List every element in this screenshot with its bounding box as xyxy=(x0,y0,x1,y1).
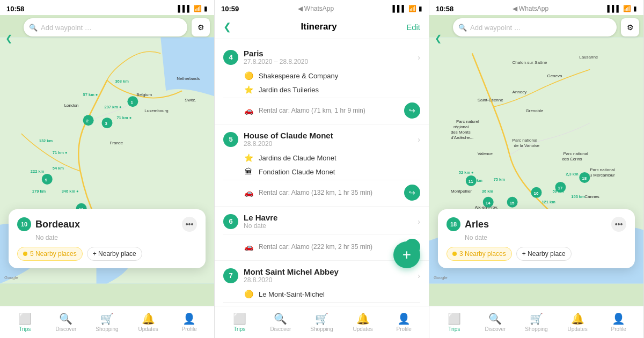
nav-trips-right[interactable]: ⬜ Trips xyxy=(434,312,475,332)
svg-text:Grenoble: Grenoble xyxy=(526,108,544,113)
stop-monet-name: House of Claude Monet xyxy=(244,131,333,140)
status-icons-mid: ▌▌▌ 📶 ▮ xyxy=(392,5,422,12)
wifi-icon-mid: 📶 xyxy=(408,5,416,12)
svg-text:297 km ●: 297 km ● xyxy=(105,105,122,109)
svg-text:Lausanne: Lausanne xyxy=(579,55,598,60)
card-date-left: No date xyxy=(35,234,197,241)
profile-label-left: Profile xyxy=(181,326,196,332)
battery-icon-right: ▮ xyxy=(633,5,637,12)
car-icon-3: 🚗 xyxy=(244,243,253,251)
stop-mont-header[interactable]: 7 Mont Saint Michel Abbey 28.8.2020 › xyxy=(223,264,420,287)
status-bar-left: 10:58 ▌▌▌ 📶 ▮ xyxy=(0,0,214,15)
stop-paris-header[interactable]: 4 Paris 27.8.2020 – 28.8.2020 › xyxy=(223,46,420,69)
discover-icon-right: 🔍 xyxy=(488,312,502,325)
shopping-icon-left: 🛒 xyxy=(100,312,114,325)
nav-trips-left[interactable]: ⬜ Trips xyxy=(4,312,46,332)
nav-profile-mid[interactable]: 👤 Profile xyxy=(383,312,425,332)
wifi-icon: 📶 xyxy=(194,5,202,12)
nearby-places-tag-right[interactable]: 3 Nearby places xyxy=(447,247,512,261)
add-stop-fab[interactable]: + xyxy=(393,241,420,268)
nav-discover-left[interactable]: 🔍 Discover xyxy=(46,312,87,332)
car-icon-1: 🚗 xyxy=(244,106,253,115)
svg-text:71 km ●: 71 km ● xyxy=(116,115,131,120)
place-icon-fondation: 🏛 xyxy=(244,167,253,176)
nav-trips-mid[interactable]: ⬜ Trips xyxy=(219,312,260,332)
stop-paris-date: 27.8.2020 – 28.8.2020 xyxy=(244,58,308,65)
itinerary-header: ❮ Itinerary Edit xyxy=(215,15,429,39)
add-nearby-label-right: + Nearby place xyxy=(522,250,566,258)
stop-monet-header[interactable]: 5 House of Claude Monet 28.8.2020 › xyxy=(223,128,420,151)
chevron-paris: › xyxy=(418,53,420,62)
nav-discover-mid[interactable]: 🔍 Discover xyxy=(260,312,302,332)
nav-shopping-left[interactable]: 🛒 Shopping xyxy=(86,312,128,332)
place-icon-shakespeare: 🟡 xyxy=(244,71,253,80)
bottom-nav-left: ⬜ Trips 🔍 Discover 🛒 Shopping 🔔 Updates … xyxy=(0,306,214,338)
card-title-row-left: 10 Bordeaux xyxy=(17,217,80,231)
card-title-left: Bordeaux xyxy=(35,219,80,230)
place-name-fondation: Fondation Claude Monet xyxy=(259,168,335,176)
search-bar-right[interactable]: 🔍 Add waypoint … xyxy=(453,18,617,36)
svg-text:16: 16 xyxy=(534,191,539,196)
nav-discover-right[interactable]: 🔍 Discover xyxy=(475,312,516,332)
itinerary-scroll[interactable]: 4 Paris 27.8.2020 – 28.8.2020 › 🟡 Shakes… xyxy=(215,39,429,306)
card-more-right[interactable]: ••• xyxy=(611,217,626,232)
card-more-left[interactable]: ••• xyxy=(182,217,197,232)
nav-shopping-mid[interactable]: 🛒 Shopping xyxy=(301,312,342,332)
card-pin-left: 10 xyxy=(17,217,31,231)
svg-text:Montpellier: Montpellier xyxy=(451,189,472,194)
stop-havre-header[interactable]: 6 Le Havre No date › xyxy=(223,210,420,233)
nav-shopping-right[interactable]: 🛒 Shopping xyxy=(516,312,557,332)
profile-icon-right: 👤 xyxy=(612,312,625,325)
nav-updates-right[interactable]: 🔔 Updates xyxy=(557,312,598,332)
transport-mont: 🚗 Rental car: Alamo (54 km, 54 min) ↪ xyxy=(223,302,420,306)
shopping-icon-mid: 🛒 xyxy=(315,312,328,325)
transport-arrow-paris[interactable]: ↪ xyxy=(404,102,420,119)
svg-text:9: 9 xyxy=(45,178,48,182)
stop-monet-info: House of Claude Monet 28.8.2020 xyxy=(244,131,333,148)
search-bar-left[interactable]: 🔍 Add waypoint … xyxy=(24,18,187,36)
search-placeholder-right: Add waypoint … xyxy=(470,24,521,32)
nav-updates-mid[interactable]: 🔔 Updates xyxy=(342,312,384,332)
search-placeholder-left: Add waypoint … xyxy=(41,24,92,32)
shopping-label-mid: Shopping xyxy=(310,326,333,332)
nav-profile-left[interactable]: 👤 Profile xyxy=(169,312,210,332)
filter-button-right[interactable]: ⚙ xyxy=(621,18,639,36)
discover-icon-mid: 🔍 xyxy=(274,312,287,325)
itinerary-back-button[interactable]: ❮ xyxy=(223,21,231,33)
filter-button-left[interactable]: ⚙ xyxy=(192,18,210,36)
svg-text:18: 18 xyxy=(582,176,587,181)
transport-text-paris: Rental car: Alamo (71 km, 1 hr 9 min) xyxy=(259,107,399,114)
middle-panel: 10:59 ◀ WhatsApp ▌▌▌ 📶 ▮ ❮ Itinerary Edi… xyxy=(215,0,429,338)
add-nearby-tag-right[interactable]: + Nearby place xyxy=(516,247,572,261)
bottom-nav-mid: ⬜ Trips 🔍 Discover 🛒 Shopping 🔔 Updates … xyxy=(215,306,429,338)
transport-text-monet: Rental car: Alamo (132 km, 1 hr 35 min) xyxy=(259,189,399,196)
whatsapp-back-mid: ◀ WhatsApp xyxy=(298,5,334,12)
card-header-left: 10 Bordeaux ••• xyxy=(17,217,197,232)
svg-text:346 km ●: 346 km ● xyxy=(62,189,79,194)
svg-text:59 km: 59 km xyxy=(552,189,564,194)
card-tags-left: 5 Nearby places + Nearby place xyxy=(17,247,197,261)
add-nearby-tag-left[interactable]: + Nearby place xyxy=(87,247,142,261)
back-button-right[interactable]: ❮ xyxy=(435,33,442,43)
nav-updates-left[interactable]: 🔔 Updates xyxy=(128,312,169,332)
svg-text:des Monts: des Monts xyxy=(451,130,471,135)
nav-profile-right[interactable]: 👤 Profile xyxy=(598,312,639,332)
signal-icon: ▌▌▌ xyxy=(178,5,192,12)
svg-text:36 km: 36 km xyxy=(482,189,494,194)
svg-text:39 km: 39 km xyxy=(471,178,483,183)
card-tags-right: 3 Nearby places + Nearby place xyxy=(447,247,626,261)
signal-icon-mid: ▌▌▌ xyxy=(392,5,406,12)
updates-icon-right: 🔔 xyxy=(571,312,584,325)
back-button-left[interactable]: ❮ xyxy=(5,33,12,43)
whatsapp-back-right: ◀ WhatsApp xyxy=(513,5,549,12)
itinerary-edit-button[interactable]: Edit xyxy=(406,23,420,32)
stop-num-7: 7 xyxy=(223,268,238,283)
transport-arrow-monet[interactable]: ↪ xyxy=(404,185,420,201)
trips-icon-right: ⬜ xyxy=(448,312,461,325)
status-icons-right: ▌▌▌ 📶 ▮ xyxy=(607,5,637,12)
nearby-places-tag-left[interactable]: 5 Nearby places xyxy=(17,247,83,261)
car-icon-2: 🚗 xyxy=(244,188,253,197)
updates-label-left: Updates xyxy=(138,326,158,332)
chevron-monet: › xyxy=(418,135,420,144)
svg-text:222 km: 222 km xyxy=(31,169,45,174)
